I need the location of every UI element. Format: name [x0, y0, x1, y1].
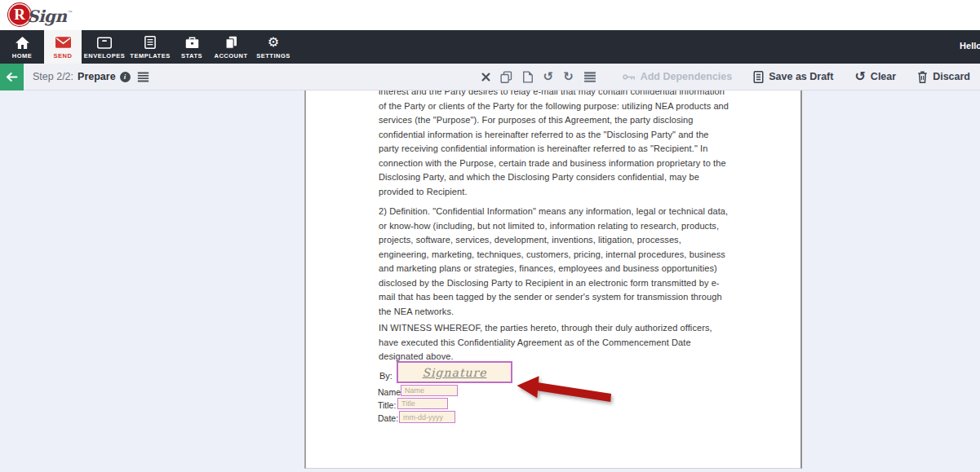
home-icon — [16, 36, 29, 50]
document-paragraph: 2) Definition. "Confidential Information… — [379, 205, 731, 319]
prepare-toolbar: Step 2/2: Prepare i ↺ ↻ — [0, 64, 980, 90]
main-nav: HOME SEND ENVELOPES TEMPLATES STATS ACCO… — [0, 30, 980, 64]
nav-item-label: ENVELOPES — [84, 52, 125, 60]
app-header: R Sign ™ — [0, 0, 980, 30]
discard-label: Discard — [933, 71, 970, 82]
paste-icon[interactable] — [522, 71, 534, 83]
stats-icon — [185, 36, 199, 50]
menu-lines-icon[interactable] — [583, 72, 596, 82]
by-field-label: By: — [379, 371, 392, 381]
redo-icon[interactable]: ↻ — [563, 71, 574, 82]
signature-field[interactable]: Signature — [397, 361, 512, 383]
save-as-draft-button[interactable]: Save as Draft — [753, 71, 833, 83]
date-field-input[interactable] — [399, 411, 455, 423]
templates-icon — [144, 36, 156, 50]
settings-gear-icon: ⚙ — [268, 36, 279, 50]
step-name: Prepare — [78, 71, 116, 82]
dependency-key-icon — [623, 72, 636, 82]
red-annotation-arrow — [515, 376, 614, 413]
date-field-label: Date: — [378, 413, 398, 423]
add-dependencies-label: Add Dependencies — [641, 71, 733, 82]
nav-item-label: TEMPLATES — [130, 52, 170, 60]
name-field-input[interactable] — [401, 385, 458, 396]
nav-item-label: ACCOUNT — [215, 52, 248, 60]
document-paragraph: IN WITNESS WHEREOF, the parties hereto, … — [379, 321, 731, 364]
rsign-logo-script: Sign — [27, 7, 67, 26]
toolbar-actions: ↺ ↻ Add Dependencies Save as Draft ↺ Cle… — [481, 71, 980, 83]
nav-item-label: HOME — [12, 52, 33, 60]
title-field-input[interactable] — [397, 398, 448, 409]
nav-item-account[interactable]: ACCOUNT — [211, 30, 251, 64]
back-button[interactable] — [0, 64, 24, 90]
send-envelope-icon — [55, 36, 71, 50]
draft-document-icon — [753, 71, 764, 83]
nav-item-settings[interactable]: ⚙ SETTINGS — [251, 30, 295, 64]
save-as-draft-label: Save as Draft — [769, 71, 833, 82]
info-icon[interactable]: i — [120, 72, 131, 82]
nav-item-templates[interactable]: TEMPLATES — [127, 30, 173, 64]
nav-item-envelopes[interactable]: ENVELOPES — [82, 30, 127, 64]
account-icon — [225, 36, 237, 50]
add-dependencies-button[interactable]: Add Dependencies — [623, 71, 733, 82]
document-canvas: interest and the Party desires to relay … — [0, 90, 980, 472]
title-field-label: Title: — [378, 400, 396, 410]
clear-label: Clear — [871, 71, 896, 82]
copy-icon[interactable] — [500, 71, 512, 83]
discard-button[interactable]: Discard — [917, 71, 970, 83]
undo-icon[interactable]: ↺ — [543, 71, 554, 82]
user-greeting[interactable]: Hello — [960, 41, 980, 51]
back-arrow-icon — [6, 72, 18, 82]
clear-undo-icon: ↺ — [854, 71, 865, 82]
nav-item-label: SETTINGS — [256, 52, 290, 60]
nav-item-home[interactable]: HOME — [0, 30, 44, 64]
nav-item-stats[interactable]: STATS — [173, 30, 211, 64]
step-indicator: Step 2/2: Prepare i — [33, 71, 149, 82]
nav-item-label: STATS — [181, 52, 202, 60]
trash-icon — [917, 71, 928, 83]
list-icon[interactable] — [137, 72, 149, 82]
nav-item-label: SEND — [54, 52, 73, 60]
field-tool-cluster: ↺ ↻ — [481, 71, 596, 83]
nav-item-send[interactable]: SEND — [44, 30, 82, 64]
document-paragraph: interest and the Party desires to relay … — [379, 90, 731, 199]
document-page: interest and the Party desires to relay … — [304, 90, 802, 469]
rsign-logo[interactable]: R Sign ™ — [8, 3, 73, 26]
step-prefix: Step 2/2: — [33, 71, 73, 82]
trademark-symbol: ™ — [68, 10, 73, 15]
clear-button[interactable]: ↺ Clear — [854, 71, 896, 82]
name-field-label: Name: — [378, 387, 403, 397]
delete-field-icon[interactable] — [481, 73, 490, 82]
envelopes-icon — [97, 36, 112, 50]
signature-placeholder-text: Signature — [422, 366, 486, 379]
